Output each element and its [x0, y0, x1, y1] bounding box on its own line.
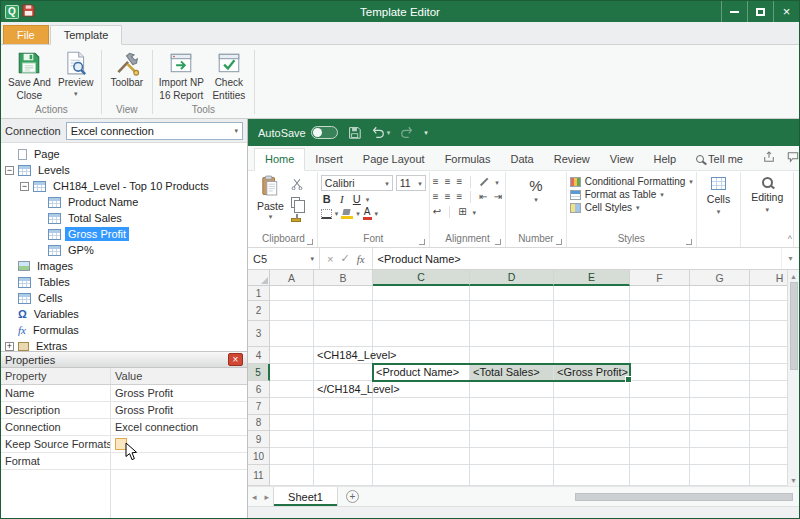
excel-tab-view[interactable]: View: [600, 149, 644, 170]
cell-F2[interactable]: [630, 301, 690, 321]
cell-F8[interactable]: [630, 415, 690, 431]
sheet-tab-sheet1[interactable]: Sheet1: [273, 487, 338, 506]
cell-H4[interactable]: [750, 347, 787, 364]
cell-B6[interactable]: </CH184_Level>: [314, 381, 373, 398]
cell-C11[interactable]: [373, 465, 470, 486]
dialog-launcher-icon[interactable]: [307, 239, 313, 245]
cell-D4[interactable]: [470, 347, 554, 364]
cell-E8[interactable]: [554, 415, 630, 431]
orientation-icon[interactable]: [479, 177, 489, 187]
cell-D2[interactable]: [470, 301, 554, 321]
cell-B10[interactable]: [314, 448, 373, 465]
collapse-icon[interactable]: −: [20, 182, 29, 191]
cell-F6[interactable]: [630, 381, 690, 398]
cell-E10[interactable]: [554, 448, 630, 465]
cell-G1[interactable]: [690, 286, 750, 301]
column-header-F[interactable]: F: [630, 270, 690, 286]
cell-A7[interactable]: [270, 398, 314, 415]
save-icon[interactable]: [348, 126, 361, 139]
cell-F9[interactable]: [630, 431, 690, 448]
tree-item-cells[interactable]: Cells: [1, 290, 247, 306]
cell-D1[interactable]: [470, 286, 554, 301]
cell-G10[interactable]: [690, 448, 750, 465]
redo-icon[interactable]: [400, 126, 414, 139]
row-header-8[interactable]: 8: [248, 415, 270, 431]
format-as-table-button[interactable]: Format as Table▾: [570, 189, 693, 200]
cell-C10[interactable]: [373, 448, 470, 465]
cell-G11[interactable]: [690, 465, 750, 486]
cell-B3[interactable]: [314, 321, 373, 347]
align-right-icon[interactable]: ≡: [457, 192, 463, 202]
tree-item-gross-profit[interactable]: Gross Profit: [1, 226, 247, 242]
cell-G5[interactable]: [690, 364, 750, 381]
vertical-scrollbar[interactable]: ▲ ▼: [787, 270, 799, 486]
tree-item-images[interactable]: Images: [1, 258, 247, 274]
tree-item-gp[interactable]: GP%: [1, 242, 247, 258]
scroll-down-icon[interactable]: ▼: [790, 474, 797, 486]
excel-tab-help[interactable]: Help: [643, 149, 686, 170]
cell-D11[interactable]: [470, 465, 554, 486]
cell-A11[interactable]: [270, 465, 314, 486]
minimize-button[interactable]: [721, 1, 747, 22]
cell-B9[interactable]: [314, 431, 373, 448]
tree-item-page[interactable]: Page: [1, 146, 247, 162]
save-icon[interactable]: [22, 4, 35, 19]
column-header-D[interactable]: D: [470, 270, 554, 286]
cell-F11[interactable]: [630, 465, 690, 486]
tree-item-ch184-level-top-10-products[interactable]: −CH184_Level - Top 10 Products: [1, 178, 247, 194]
sheet-nav-left-icon[interactable]: ◂: [248, 492, 261, 502]
close-properties-button[interactable]: ×: [228, 353, 243, 366]
comment-icon[interactable]: [787, 151, 799, 165]
row-header-7[interactable]: 7: [248, 398, 270, 415]
insert-function-button[interactable]: fx: [357, 253, 365, 265]
cells-button[interactable]: Cells ▾: [700, 173, 737, 233]
cell-A9[interactable]: [270, 431, 314, 448]
collapse-icon[interactable]: −: [5, 166, 14, 175]
column-header-B[interactable]: B: [314, 270, 373, 286]
cell-B8[interactable]: [314, 415, 373, 431]
property-row-keep-source-formats[interactable]: Keep Source Formats: [1, 436, 247, 453]
cell-D6[interactable]: [470, 381, 554, 398]
cell-A8[interactable]: [270, 415, 314, 431]
format-painter-icon[interactable]: [291, 218, 301, 222]
editing-button[interactable]: Editing ▾: [744, 173, 790, 233]
vertical-scroll-thumb[interactable]: [790, 282, 798, 370]
horizontal-scrollbar[interactable]: [367, 487, 799, 506]
row-header-9[interactable]: 9: [248, 431, 270, 448]
property-row-connection[interactable]: ConnectionExcel connection: [1, 419, 247, 436]
font-size-select[interactable]: 11▾: [396, 175, 426, 191]
column-header-G[interactable]: G: [690, 270, 750, 286]
cell-E2[interactable]: [554, 301, 630, 321]
save-and-close-button[interactable]: Save And Close: [5, 46, 54, 102]
excel-tab-tell-me[interactable]: Tell me: [686, 149, 753, 170]
cut-icon[interactable]: [291, 178, 303, 192]
formula-bar-expand-icon[interactable]: ▾: [781, 248, 799, 269]
cell-D3[interactable]: [470, 321, 554, 347]
copy-icon[interactable]: [291, 197, 300, 208]
cell-H3[interactable]: [750, 321, 787, 347]
cell-G7[interactable]: [690, 398, 750, 415]
percent-style-button[interactable]: %: [529, 177, 542, 194]
row-header-2[interactable]: 2: [248, 301, 270, 321]
cell-A1[interactable]: [270, 286, 314, 301]
cell-F7[interactable]: [630, 398, 690, 415]
conditional-formatting-button[interactable]: Conditional Formatting▾: [570, 176, 693, 187]
dialog-launcher-icon[interactable]: [556, 239, 562, 245]
cell-B11[interactable]: [314, 465, 373, 486]
autosave-toggle[interactable]: AutoSave: [258, 126, 338, 139]
row-header-4[interactable]: 4: [248, 347, 270, 364]
cell-G9[interactable]: [690, 431, 750, 448]
tree-item-tables[interactable]: Tables: [1, 274, 247, 290]
tree-item-product-name[interactable]: Product Name: [1, 194, 247, 210]
cell-B5[interactable]: [314, 364, 373, 381]
cell-B1[interactable]: [314, 286, 373, 301]
excel-tab-page-layout[interactable]: Page Layout: [353, 149, 435, 170]
cell-B4[interactable]: <CH184_Level>: [314, 347, 373, 364]
wrap-text-icon[interactable]: ↩: [433, 207, 441, 217]
cell-G4[interactable]: [690, 347, 750, 364]
bold-button[interactable]: B: [321, 193, 333, 205]
paste-button[interactable]: Paste ▾: [253, 173, 288, 233]
font-color-icon[interactable]: A: [363, 207, 372, 220]
cell-A5[interactable]: [270, 364, 314, 381]
new-sheet-button[interactable]: +: [346, 490, 359, 503]
